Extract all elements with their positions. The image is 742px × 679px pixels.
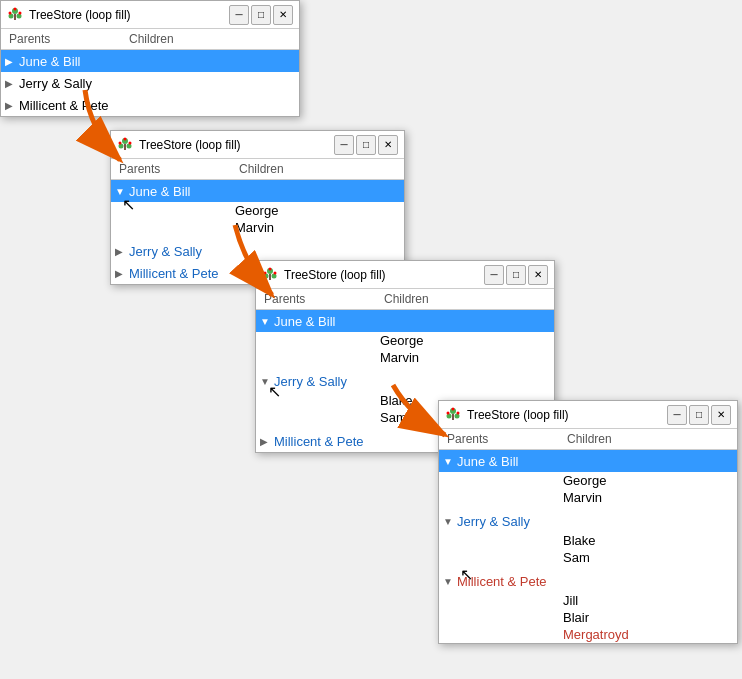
cursor-2: ↖ <box>122 195 135 214</box>
child-marvin-3: Marvin <box>256 349 554 366</box>
parent-millicent-3: Millicent & Pete <box>274 434 379 449</box>
svg-point-4 <box>9 11 12 14</box>
column-header-3: Parents Children <box>256 289 554 310</box>
child-george-3: George <box>256 332 554 349</box>
parents-col-3: Parents <box>264 292 384 306</box>
expander-millicent-4[interactable]: ▼ <box>443 576 457 587</box>
cursor-3: ↖ <box>268 382 281 401</box>
app-icon-1 <box>7 7 23 23</box>
child-marvin-4: Marvin <box>439 489 737 506</box>
row-millicent-1[interactable]: ▶ Millicent & Pete <box>1 94 299 116</box>
children-col-4: Children <box>567 432 612 446</box>
row-june-2[interactable]: ▼ June & Bill <box>111 180 404 202</box>
svg-point-13 <box>129 141 132 144</box>
svg-point-5 <box>14 7 17 10</box>
close-btn-2[interactable]: ✕ <box>378 135 398 155</box>
children-col-2: Children <box>239 162 284 176</box>
svg-rect-8 <box>124 144 126 150</box>
parent-june-2: June & Bill <box>129 184 234 199</box>
child-blair-4: Blair <box>439 609 737 626</box>
svg-point-20 <box>274 271 277 274</box>
title-bar-2: TreeStore (loop fill) ─ □ ✕ <box>111 131 404 159</box>
tree-content-1: ▶ June & Bill ▶ Jerry & Sally ▶ Millicen… <box>1 50 299 116</box>
children-col-1: Children <box>129 32 174 46</box>
svg-point-12 <box>124 137 127 140</box>
expander-millicent-2[interactable]: ▶ <box>115 268 129 279</box>
child-marvin-2: Marvin <box>111 219 404 236</box>
svg-rect-22 <box>452 414 454 420</box>
maximize-btn-4[interactable]: □ <box>689 405 709 425</box>
row-june-bill-1[interactable]: ▶ June & Bill <box>1 50 299 72</box>
children-col-3: Children <box>384 292 429 306</box>
minimize-btn-2[interactable]: ─ <box>334 135 354 155</box>
app-icon-2 <box>117 137 133 153</box>
parent-millicent-1: Millicent & Pete <box>19 98 124 113</box>
minimize-btn-3[interactable]: ─ <box>484 265 504 285</box>
row-june-4[interactable]: ▼ June & Bill <box>439 450 737 472</box>
close-btn-4[interactable]: ✕ <box>711 405 731 425</box>
row-millicent-4[interactable]: ▼ Millicent & Pete <box>439 570 737 592</box>
column-header-4: Parents Children <box>439 429 737 450</box>
title-bar-4: TreeStore (loop fill) ─ □ ✕ <box>439 401 737 429</box>
window-1[interactable]: TreeStore (loop fill) ─ □ ✕ Parents Chil… <box>0 0 300 117</box>
close-btn-3[interactable]: ✕ <box>528 265 548 285</box>
row-jerry-4[interactable]: ▼ Jerry & Sally <box>439 510 737 532</box>
row-june-3[interactable]: ▼ June & Bill <box>256 310 554 332</box>
svg-point-26 <box>452 407 455 410</box>
child-sam-4: Sam <box>439 549 737 566</box>
minimize-btn-1[interactable]: ─ <box>229 5 249 25</box>
svg-point-18 <box>264 271 267 274</box>
column-header-1: Parents Children <box>1 29 299 50</box>
title-text-4: TreeStore (loop fill) <box>467 408 665 422</box>
expander-jerry-2[interactable]: ▶ <box>115 246 129 257</box>
expander-millicent-3[interactable]: ▶ <box>260 436 274 447</box>
expander-jerry-1[interactable]: ▶ <box>5 78 19 89</box>
window-4[interactable]: TreeStore (loop fill) ─ □ ✕ Parents Chil… <box>438 400 738 644</box>
svg-point-27 <box>457 411 460 414</box>
expander-jerry-4[interactable]: ▼ <box>443 516 457 527</box>
title-bar-3: TreeStore (loop fill) ─ □ ✕ <box>256 261 554 289</box>
svg-point-25 <box>447 411 450 414</box>
maximize-btn-3[interactable]: □ <box>506 265 526 285</box>
child-name-marvin-2: Marvin <box>235 220 274 235</box>
tree-content-4: ▼ June & Bill George Marvin ▼ Jerry & Sa… <box>439 450 737 643</box>
parent-millicent-2: Millicent & Pete <box>129 266 234 281</box>
expander-june-3[interactable]: ▼ <box>260 316 274 327</box>
title-text-2: TreeStore (loop fill) <box>139 138 332 152</box>
maximize-btn-1[interactable]: □ <box>251 5 271 25</box>
parents-col-4: Parents <box>447 432 567 446</box>
svg-rect-15 <box>269 274 271 280</box>
title-text-1: TreeStore (loop fill) <box>29 8 227 22</box>
expander-june-1[interactable]: ▶ <box>5 56 19 67</box>
svg-rect-1 <box>14 14 16 20</box>
parent-june-3: June & Bill <box>274 314 379 329</box>
maximize-btn-2[interactable]: □ <box>356 135 376 155</box>
child-mergatroyd-4: Mergatroyd <box>439 626 737 643</box>
svg-point-19 <box>269 267 272 270</box>
expander-millicent-1[interactable]: ▶ <box>5 100 19 111</box>
parent-june-1: June & Bill <box>19 54 124 69</box>
row-jerry-2[interactable]: ▶ Jerry & Sally <box>111 240 404 262</box>
close-btn-1[interactable]: ✕ <box>273 5 293 25</box>
title-bar-1: TreeStore (loop fill) ─ □ ✕ <box>1 1 299 29</box>
parent-june-4: June & Bill <box>457 454 562 469</box>
parents-col-1: Parents <box>9 32 129 46</box>
svg-point-11 <box>119 141 122 144</box>
parents-col-2: Parents <box>119 162 239 176</box>
parent-jerry-4: Jerry & Sally <box>457 514 562 529</box>
svg-point-6 <box>19 11 22 14</box>
app-icon-3 <box>262 267 278 283</box>
parent-jerry-2: Jerry & Sally <box>129 244 234 259</box>
child-george-4: George <box>439 472 737 489</box>
minimize-btn-4[interactable]: ─ <box>667 405 687 425</box>
app-icon-4 <box>445 407 461 423</box>
parent-jerry-3: Jerry & Sally <box>274 374 379 389</box>
child-name-george-2: George <box>235 203 278 218</box>
row-jerry-1[interactable]: ▶ Jerry & Sally <box>1 72 299 94</box>
parent-jerry-1: Jerry & Sally <box>19 76 124 91</box>
title-text-3: TreeStore (loop fill) <box>284 268 482 282</box>
expander-june-4[interactable]: ▼ <box>443 456 457 467</box>
row-jerry-3[interactable]: ▼ Jerry & Sally <box>256 370 554 392</box>
child-jill-4: Jill <box>439 592 737 609</box>
child-blake-4: Blake <box>439 532 737 549</box>
